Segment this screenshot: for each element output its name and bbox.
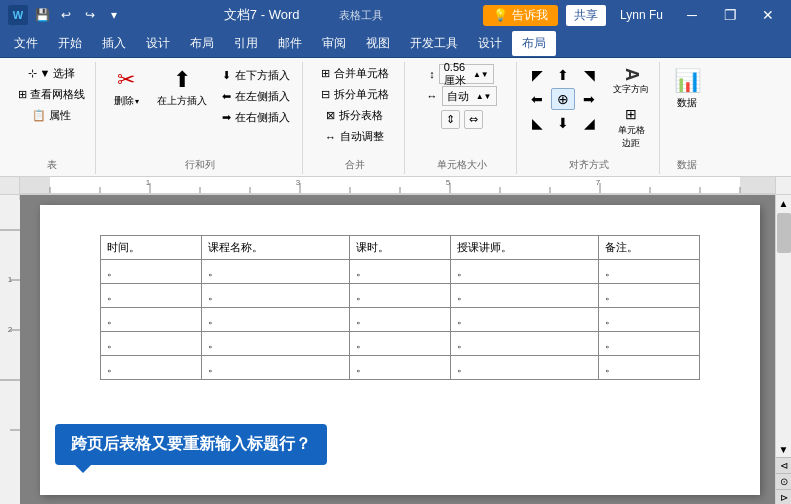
redo-btn[interactable]: ↪ (80, 5, 100, 25)
text-direction-button[interactable]: A 文字方向 (609, 64, 653, 100)
menu-developer[interactable]: 开发工具 (400, 31, 468, 56)
menu-file[interactable]: 文件 (4, 31, 48, 56)
align-bottom-left-btn[interactable]: ◣ (525, 112, 549, 134)
cell-1-1: 。 (101, 260, 202, 284)
view-gridlines-button[interactable]: ⊞ 查看网格线 (14, 85, 89, 104)
cell-2-2: 。 (201, 284, 350, 308)
insert-above-label: 在上方插入 (157, 94, 207, 108)
menu-layout[interactable]: 布局 (180, 31, 224, 56)
cell-margin-button[interactable]: ⊞ 单元格边距 (609, 102, 653, 154)
merge-cells-button[interactable]: ⊞ 合并单元格 (315, 64, 395, 83)
cellsize-group-label: 单元格大小 (437, 156, 487, 172)
ruler-corner[interactable] (0, 177, 20, 195)
cell-1-2: 。 (201, 260, 350, 284)
select-browse-object-btn[interactable]: ⊙ (776, 473, 792, 489)
text-direction-icon: A (621, 68, 642, 81)
menu-view[interactable]: 视图 (356, 31, 400, 56)
document-page: 时间。 课程名称。 课时。 授课讲师。 备注。 。 。 。 。 。 。 。 。 (40, 205, 760, 495)
select-icon: ⊹ (28, 67, 37, 80)
vertical-ruler: 1 2 (0, 195, 20, 504)
align-top-right-btn[interactable]: ◥ (577, 64, 601, 86)
customize-quick-btn[interactable]: ▾ (104, 5, 124, 25)
table-row: 。 。 。 。 。 (101, 260, 700, 284)
svg-rect-0 (20, 177, 50, 193)
insert-right-label: 在右侧插入 (235, 110, 290, 125)
distribute-cols-button[interactable]: ⇔ (464, 110, 483, 129)
user-name[interactable]: Lynn Fu (614, 6, 669, 24)
help-button[interactable]: 💡 告诉我 (483, 5, 558, 26)
title-text: 文档7 - Word (224, 7, 300, 22)
cell-3-5: 。 (599, 308, 700, 332)
menu-mailings[interactable]: 邮件 (268, 31, 312, 56)
ribbon-group-data: 📊 数据 数据 (662, 62, 712, 174)
ribbon-group-cellsize: ↕ 0.56 厘米 ▲▼ ↔ 自动 ▲▼ ⇕ ⇔ 单元格大小 (407, 62, 517, 174)
scroll-track[interactable] (776, 211, 792, 441)
split-table-button[interactable]: ⊠ 拆分表格 (320, 106, 389, 125)
align-bottom-right-btn[interactable]: ◢ (577, 112, 601, 134)
share-button[interactable]: 共享 (566, 5, 606, 26)
cell-width-icon: ↔ (427, 90, 438, 102)
cell-width-value: 自动 (447, 89, 469, 104)
tooltip-bubble[interactable]: 跨页后表格又要重新输入标题行？ (55, 424, 327, 465)
align-bottom-center-btn[interactable]: ⬇ (551, 112, 575, 134)
delete-button[interactable]: ✂ 删除 ▾ (104, 64, 148, 111)
cell-2-5: 。 (599, 284, 700, 308)
scroll-page-up-btn[interactable]: ⊲ (776, 457, 792, 473)
cell-5-1: 。 (101, 356, 202, 380)
align-top-left-btn[interactable]: ◤ (525, 64, 549, 86)
auto-fit-button[interactable]: ↔ 自动调整 (319, 127, 390, 146)
scroll-down-btn[interactable]: ▼ (776, 441, 792, 457)
select-button[interactable]: ⊹ ▼ 选择 (24, 64, 80, 83)
horizontal-ruler: 1 3 5 7 (20, 177, 775, 194)
split-cells-button[interactable]: ⊟ 拆分单元格 (315, 85, 395, 104)
menu-insert[interactable]: 插入 (92, 31, 136, 56)
undo-btn[interactable]: ↩ (56, 5, 76, 25)
cell-height-input[interactable]: 0.56 厘米 ▲▼ (439, 64, 494, 84)
table-group-label: 表 (47, 156, 57, 172)
svg-rect-1 (740, 177, 775, 193)
close-button[interactable]: ✕ (753, 0, 783, 30)
vertical-scrollbar[interactable]: ▲ ▼ ⊲ ⊙ ⊳ (775, 195, 791, 504)
merge-cells-label: 合并单元格 (334, 66, 389, 81)
cell-width-input[interactable]: 自动 ▲▼ (442, 86, 497, 106)
align-middle-right-btn[interactable]: ➡ (577, 88, 601, 110)
insert-above-icon: ⬆ (173, 67, 191, 93)
menu-design[interactable]: 设计 (136, 31, 180, 56)
insert-below-icon: ⬇ (222, 69, 231, 82)
cell-1-4: 。 (450, 260, 599, 284)
menu-home[interactable]: 开始 (48, 31, 92, 56)
help-icon: 💡 (493, 8, 508, 22)
align-middle-center-btn[interactable]: ⊕ (551, 88, 575, 110)
menu-references[interactable]: 引用 (224, 31, 268, 56)
distribute-rows-button[interactable]: ⇕ (441, 110, 460, 129)
data-group-label: 数据 (677, 156, 697, 172)
insert-right-button[interactable]: ➡ 在右侧插入 (216, 108, 296, 127)
align-row-2: ⬅ ⊕ ➡ (525, 88, 601, 110)
menu-review[interactable]: 审阅 (312, 31, 356, 56)
align-top-center-btn[interactable]: ⬆ (551, 64, 575, 86)
minimize-button[interactable]: ─ (677, 0, 707, 30)
insert-below-label: 在下方插入 (235, 68, 290, 83)
table-header-row: 时间。 课程名称。 课时。 授课讲师。 备注。 (101, 236, 700, 260)
cell-1-5: 。 (599, 260, 700, 284)
properties-button[interactable]: 📋 属性 (28, 106, 75, 125)
data-button[interactable]: 📊 数据 (670, 64, 705, 114)
insert-above-button[interactable]: ⬆ 在上方插入 (152, 64, 212, 111)
insert-left-button[interactable]: ⬅ 在左侧插入 (216, 87, 296, 106)
align-middle-left-btn[interactable]: ⬅ (525, 88, 549, 110)
menu-table-layout[interactable]: 布局 (512, 31, 556, 56)
table-row: 。 。 。 。 。 (101, 332, 700, 356)
cell-5-3: 。 (350, 356, 451, 380)
table-row: 。 。 。 。 。 (101, 284, 700, 308)
save-quick-btn[interactable]: 💾 (32, 5, 52, 25)
split-table-label: 拆分表格 (339, 108, 383, 123)
scroll-up-btn[interactable]: ▲ (776, 195, 792, 211)
restore-button[interactable]: ❐ (715, 0, 745, 30)
ruler-scrollbar[interactable] (775, 177, 791, 194)
svg-text:7: 7 (596, 178, 601, 187)
scroll-thumb[interactable] (777, 213, 791, 253)
cell-4-1: 。 (101, 332, 202, 356)
menu-table-design[interactable]: 设计 (468, 31, 512, 56)
scroll-page-down-btn[interactable]: ⊳ (776, 489, 792, 504)
insert-below-button[interactable]: ⬇ 在下方插入 (216, 66, 296, 85)
